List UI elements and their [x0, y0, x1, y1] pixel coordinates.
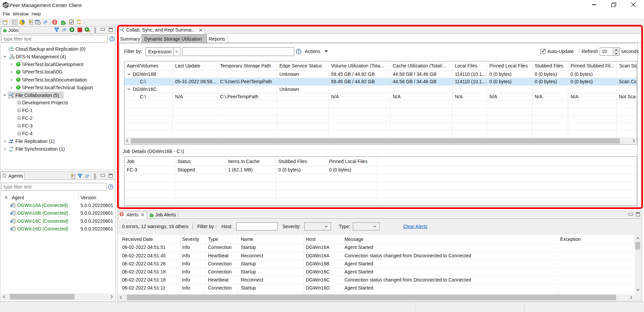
svg-text:?: ?	[111, 37, 113, 41]
svg-text:?: ?	[110, 185, 112, 189]
